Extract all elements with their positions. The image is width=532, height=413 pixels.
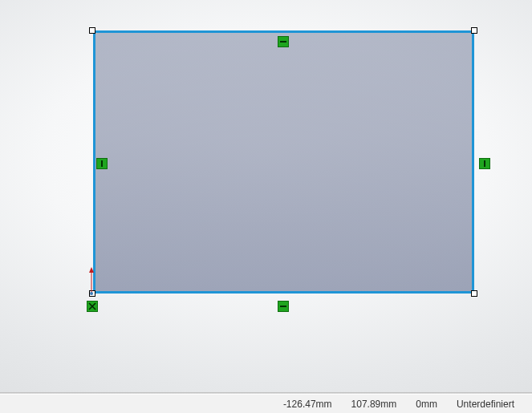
- status-coord-z: 0mm: [406, 399, 447, 410]
- endpoint-bottom-left[interactable]: [89, 290, 95, 297]
- endpoint-bottom-right[interactable]: [471, 290, 477, 297]
- status-definition-state: Unterdefiniert: [447, 399, 524, 410]
- relation-vertical-right[interactable]: [479, 158, 490, 169]
- status-coord-x: -126.47mm: [274, 399, 342, 410]
- relation-horizontal-top[interactable]: [278, 36, 289, 47]
- status-bar: -126.47mm 107.89mm 0mm Unterdefiniert: [0, 394, 532, 413]
- relation-horizontal-bottom[interactable]: [278, 301, 289, 312]
- endpoint-top-left[interactable]: [89, 27, 95, 34]
- relation-fixed-origin[interactable]: [87, 301, 98, 312]
- anchor-icon: [88, 302, 96, 310]
- sketch-rectangle[interactable]: [93, 30, 474, 294]
- sketch-viewport[interactable]: [0, 0, 532, 392]
- relation-vertical-left[interactable]: [96, 158, 108, 169]
- endpoint-top-right[interactable]: [471, 27, 477, 34]
- status-coord-y: 107.89mm: [342, 399, 407, 410]
